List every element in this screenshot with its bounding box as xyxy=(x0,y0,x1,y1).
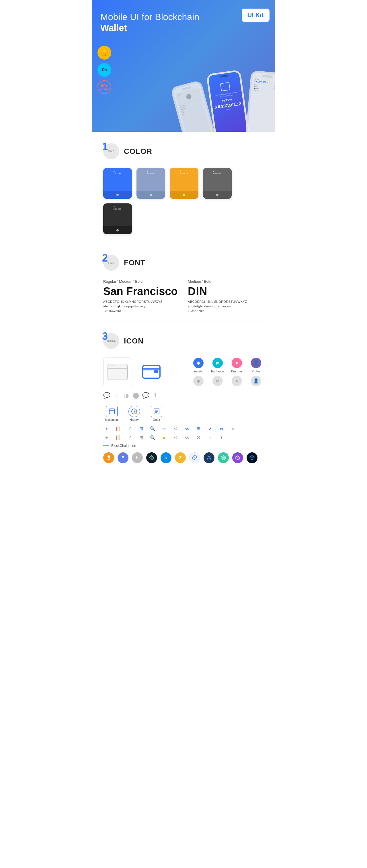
profile-gray-icon: 👤 xyxy=(251,376,261,386)
icon-exchange-gray: ⇄ xyxy=(209,376,225,386)
history-icon xyxy=(129,406,140,417)
icon-section-header: THREE 3 ICON xyxy=(103,333,264,349)
icon-discover-gray: ● xyxy=(229,376,245,386)
grid-icon: ⊞ xyxy=(138,426,144,431)
exchange-gray-icon: ⇄ xyxy=(213,376,223,386)
badges-column: Ps 60+ Screens xyxy=(97,46,111,94)
search-gray-icon: 🔍 xyxy=(149,435,156,440)
management-tab: Mangment xyxy=(103,406,120,422)
discover-gray-icon: ● xyxy=(232,376,242,386)
swatch-grayblue: #8DA0C8 xyxy=(137,168,165,199)
swatch-orange: #F5A623 xyxy=(170,168,198,199)
check-icon: ✓ xyxy=(126,426,133,431)
bitcoin-icon: ₿ xyxy=(103,452,114,463)
swatch-blue: #3574FA xyxy=(103,168,132,199)
svg-point-27 xyxy=(194,455,195,456)
misc-icons: 💬 ≡ ◑ ⬤ 💬 ℹ xyxy=(103,392,159,399)
small-icons-row1: + 📋 ✓ ⊞ 🔍 ☆ < ≪ ⚙ ↗ ⇔ ✕ xyxy=(103,426,264,431)
wallet-wireframe xyxy=(103,358,132,386)
info-icon: ℹ xyxy=(152,392,159,399)
close-icon: ✕ xyxy=(229,426,236,431)
svg-point-28 xyxy=(194,459,195,460)
swatch-gray: #666666 xyxy=(203,168,232,199)
svg-rect-9 xyxy=(109,409,114,414)
grid-gray-icon: ⊞ xyxy=(138,435,144,440)
ui-kit-badge: UI Kit xyxy=(242,9,270,22)
nav-icons-colored: ◆ Assets ⇄ Exchange ● Discover 👤 Profile xyxy=(190,358,264,386)
section-num-1: ONE 1 xyxy=(103,143,119,159)
exchange-icon: ⇄ xyxy=(213,358,223,368)
font-grid: Regular ' Medium ' Bold San Francisco AB… xyxy=(103,279,264,313)
order-tab: Order xyxy=(148,406,165,422)
circle-icon: ⬤ xyxy=(133,392,139,399)
upload-icon: ↗ xyxy=(206,426,213,431)
share-icon: ≪ xyxy=(184,426,190,431)
font-sf: Regular ' Medium ' Bold San Francisco AB… xyxy=(103,279,179,313)
icon-section: THREE 3 ICON ◆ Assets xyxy=(92,321,275,472)
plus-gray-icon: + xyxy=(103,435,110,440)
gear-icon: ⚙ xyxy=(195,426,202,431)
share-gray-icon: ≪ xyxy=(184,435,190,440)
svg-rect-8 xyxy=(154,370,158,373)
small-icons-row2: + 📋 ✓ ⊞ 🔍 ★ < ≪ ✕ → ℹ xyxy=(103,435,264,440)
ardor-icon xyxy=(204,452,215,463)
icon-title: ICON xyxy=(124,337,144,345)
star-active-icon: ★ xyxy=(161,435,167,440)
svg-point-30 xyxy=(196,457,197,458)
kyber-icon xyxy=(218,452,229,463)
phone-center: × + Character may be mastered in the gre… xyxy=(206,70,250,132)
info-gray-icon: ℹ xyxy=(218,435,225,440)
icon-profile-gray: 👤 xyxy=(248,376,264,386)
section-num-3: THREE 3 xyxy=(103,333,119,349)
search-icon: 🔍 xyxy=(149,426,156,431)
svg-point-39 xyxy=(251,457,253,458)
dash-icon: D xyxy=(161,452,171,463)
icon-assets: ◆ Assets xyxy=(190,358,206,373)
plus-icon: + xyxy=(103,426,110,431)
tab-icons-row: Mangment History xyxy=(103,406,264,422)
litecoin-icon: Ł xyxy=(132,452,143,463)
sketch-badge xyxy=(97,46,111,60)
blockchain-label: BlockChain Icon xyxy=(103,444,264,448)
wings-icon xyxy=(146,452,157,463)
swap-icon: ⇔ xyxy=(218,426,225,431)
assets-gray-icon: ◆ xyxy=(193,376,204,386)
chat-icon: 💬 xyxy=(103,392,110,399)
section-num-2: TWO 2 xyxy=(103,255,119,271)
order-icon xyxy=(151,406,162,417)
svg-point-29 xyxy=(192,457,193,458)
color-section-header: ONE 1 COLOR xyxy=(103,143,264,159)
wallet-icon-blue xyxy=(138,358,166,386)
clipboard-icon: 📋 xyxy=(115,426,121,431)
zcash-icon: Z xyxy=(175,452,186,463)
screens-badge: 60+ Screens xyxy=(97,80,111,94)
close-gray-icon: ✕ xyxy=(195,435,202,440)
hero-section: Mobile UI for Blockchain Wallet UI Kit P… xyxy=(92,0,275,132)
management-icon xyxy=(106,406,117,417)
svg-line-17 xyxy=(135,413,136,413)
icon-assets-gray: ◆ xyxy=(190,376,206,386)
moon-icon: ◑ xyxy=(123,392,130,399)
phone-right: myWallet+ 12-298 $ 6,297,502.12 ⬤ BTC788… xyxy=(246,70,275,132)
swatch-dark: #303030 xyxy=(103,204,132,234)
star-icon: ☆ xyxy=(161,426,167,431)
bancor-icon xyxy=(247,452,257,463)
ethereum-icon: Ξ xyxy=(117,452,129,463)
history-tab: History xyxy=(125,406,143,422)
clipboard-gray-icon: 📋 xyxy=(115,435,121,440)
font-title: FONT xyxy=(124,258,145,267)
crypto-icons: ₿ Ξ Ł D Z xyxy=(103,452,264,463)
font-section: TWO 2 FONT Regular ' Medium ' Bold San F… xyxy=(92,243,275,321)
font-din: Medium ' Bold DIN ABCDEFGHIJKLMNOPQRSTUV… xyxy=(188,279,264,313)
color-section: ONE 1 COLOR #3574FA #8DA0C8 #F5A623 xyxy=(92,132,275,243)
ps-badge: Ps xyxy=(97,63,111,77)
font-section-header: TWO 2 FONT xyxy=(103,255,264,271)
profile-icon: 👤 xyxy=(251,358,261,368)
icon-exchange: ⇄ Exchange xyxy=(209,358,225,373)
color-title: COLOR xyxy=(124,147,152,156)
hero-title: Mobile UI for Blockchain Wallet xyxy=(101,11,221,33)
arrow-right-icon: → xyxy=(206,435,213,440)
icon-discover: ● Discover xyxy=(229,358,245,373)
layers-icon: ≡ xyxy=(113,392,120,399)
assets-icon: ◆ xyxy=(193,358,204,368)
